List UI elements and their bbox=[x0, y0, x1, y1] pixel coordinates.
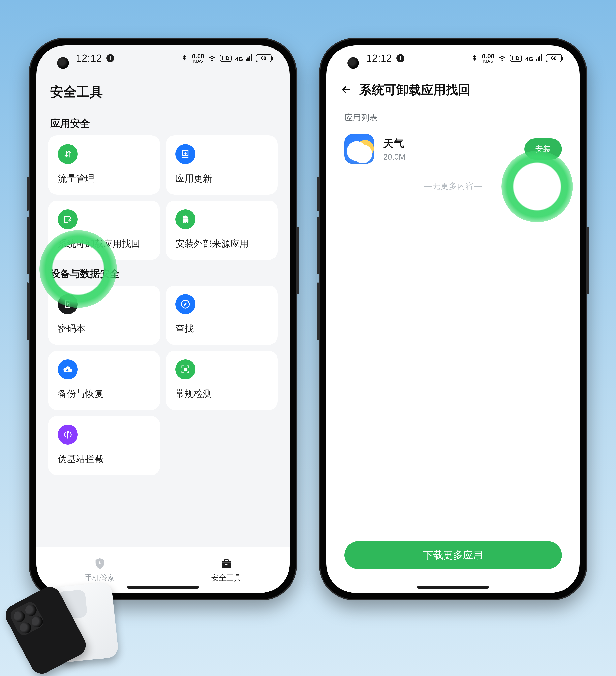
card-label: 常规检测 bbox=[176, 388, 268, 400]
status-notif-badge: 1 bbox=[106, 54, 114, 62]
status-hd-badge: HD bbox=[220, 55, 232, 62]
home-indicator[interactable] bbox=[127, 586, 199, 588]
wifi-icon bbox=[498, 54, 506, 62]
status-network-gen: 4G bbox=[235, 54, 252, 62]
card-install-external[interactable]: 安装外部来源应用 bbox=[166, 201, 278, 260]
end-of-list-label: —无更多内容— bbox=[326, 171, 579, 202]
key-icon bbox=[58, 294, 78, 314]
toolbox-icon bbox=[220, 557, 233, 570]
restore-icon bbox=[58, 209, 78, 229]
tab-label: 手机管家 bbox=[85, 573, 115, 583]
card-restore-system-apps[interactable]: 系统可卸载应用找回 bbox=[48, 201, 160, 260]
download-more-apps-button[interactable]: 下载更多应用 bbox=[345, 541, 562, 569]
download-icon bbox=[176, 144, 195, 164]
card-routine-scan[interactable]: 常规检测 bbox=[166, 351, 278, 410]
status-notif-badge: 1 bbox=[396, 54, 405, 62]
section-device-security: 设备与数据安全 bbox=[48, 260, 278, 285]
status-bar: 12:12 1 0.00 KB/S HD 4G 60 bbox=[326, 45, 579, 71]
weather-app-icon bbox=[345, 134, 374, 164]
compass-icon bbox=[176, 294, 195, 314]
card-find-device[interactable]: 查找 bbox=[166, 285, 278, 345]
front-camera bbox=[57, 57, 69, 69]
card-password-book[interactable]: 密码本 bbox=[48, 285, 160, 345]
front-camera bbox=[347, 57, 359, 69]
card-label: 密码本 bbox=[58, 323, 150, 335]
antenna-icon bbox=[58, 425, 78, 445]
app-name: 天气 bbox=[383, 136, 406, 151]
status-battery: 60 bbox=[546, 54, 562, 62]
phone-left: 12:12 1 0.00 KB/S HD 4G 60 bbox=[29, 38, 297, 601]
bluetooth-icon bbox=[180, 54, 188, 62]
screen-security-tools: 12:12 1 0.00 KB/S HD 4G 60 bbox=[37, 45, 290, 593]
card-traffic-mgmt[interactable]: 流量管理 bbox=[48, 135, 160, 194]
status-hd-badge: HD bbox=[510, 55, 522, 62]
card-label: 流量管理 bbox=[58, 172, 150, 185]
wifi-icon bbox=[208, 54, 216, 62]
bottom-nav: 手机管家 安全工具 bbox=[37, 547, 290, 593]
screen-restore-apps: 12:12 1 0.00 KB/S HD 4G 60 bbox=[326, 45, 579, 593]
card-label: 备份与恢复 bbox=[58, 388, 150, 400]
back-arrow-icon[interactable] bbox=[341, 84, 352, 96]
shield-icon bbox=[94, 557, 106, 570]
status-time: 12:12 bbox=[76, 53, 102, 64]
section-app-list: 应用列表 bbox=[326, 104, 579, 127]
page-title: 安全工具 bbox=[48, 71, 278, 110]
cloud-icon bbox=[58, 359, 78, 379]
status-netspeed: 0.00 KB/S bbox=[482, 54, 494, 63]
phone-right: 12:12 1 0.00 KB/S HD 4G 60 bbox=[319, 38, 587, 601]
traffic-icon bbox=[58, 144, 78, 164]
bluetooth-icon bbox=[470, 54, 479, 62]
card-backup-restore[interactable]: 备份与恢复 bbox=[48, 351, 160, 410]
card-label: 查找 bbox=[176, 323, 268, 335]
status-network-gen: 4G bbox=[526, 54, 542, 62]
card-label: 应用更新 bbox=[176, 172, 268, 185]
home-indicator[interactable] bbox=[417, 586, 489, 588]
status-battery: 60 bbox=[256, 54, 271, 62]
tab-label: 安全工具 bbox=[211, 573, 241, 583]
card-label: 安装外部来源应用 bbox=[176, 238, 268, 250]
scan-icon bbox=[176, 359, 195, 379]
section-app-security: 应用安全 bbox=[48, 110, 278, 135]
card-label: 系统可卸载应用找回 bbox=[58, 238, 150, 250]
card-fake-bs-block[interactable]: 伪基站拦截 bbox=[48, 416, 160, 475]
install-button[interactable]: 安装 bbox=[525, 138, 562, 160]
app-list-item-weather[interactable]: 天气 20.0M 安装 bbox=[326, 127, 579, 171]
status-netspeed: 0.00 KB/S bbox=[192, 54, 204, 63]
app-size: 20.0M bbox=[383, 153, 406, 161]
status-bar: 12:12 1 0.00 KB/S HD 4G 60 bbox=[37, 45, 290, 71]
page-title: 系统可卸载应用找回 bbox=[360, 81, 470, 98]
status-time: 12:12 bbox=[366, 53, 392, 64]
android-icon bbox=[176, 209, 195, 229]
card-label: 伪基站拦截 bbox=[58, 453, 150, 465]
card-app-update[interactable]: 应用更新 bbox=[166, 135, 278, 194]
